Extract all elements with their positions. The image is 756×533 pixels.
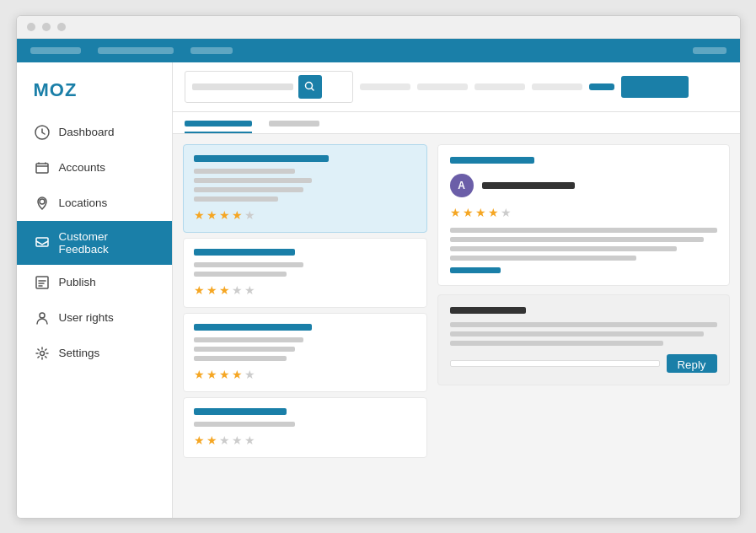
browser-dot-green [57, 23, 66, 31]
filter-pill-4[interactable] [532, 83, 582, 90]
logo-area: MOZ [17, 71, 172, 115]
search-bar [173, 62, 740, 112]
reviewer-row: A [450, 174, 717, 197]
review-stars-3: ★ ★ ★ ★ ★ [194, 368, 416, 381]
review-card-2[interactable]: ★ ★ ★ ★ ★ [183, 238, 427, 308]
reply-box: Reply [437, 294, 730, 385]
star-3-4: ★ [232, 368, 243, 381]
review-line-2-1 [194, 262, 303, 267]
review-stars-1: ★ ★ ★ ★ ★ [194, 208, 416, 222]
star-1-4: ★ [232, 208, 243, 222]
sidebar-item-dashboard[interactable]: Dashboard [17, 115, 172, 150]
settings-icon [34, 345, 51, 362]
top-nav-bar [17, 39, 740, 62]
nav-item-3[interactable] [190, 47, 233, 54]
review-title-3 [194, 324, 312, 331]
tab-2-label [269, 121, 319, 127]
filter-pill-active[interactable] [589, 83, 614, 90]
star-1-2: ★ [206, 208, 217, 222]
sidebar-item-customer-feedback[interactable]: CustomerFeedback [17, 221, 172, 265]
review-line-3-3 [194, 356, 287, 361]
action-button[interactable] [621, 76, 689, 98]
main-layout: MOZ Dashboard [17, 62, 740, 518]
browser-dot-red [27, 23, 35, 31]
reply-line-2 [450, 331, 704, 336]
review-line-1-4 [194, 197, 278, 202]
star-3-2: ★ [206, 368, 217, 381]
star-3-5: ★ [244, 368, 255, 381]
sidebar-label-customer-feedback: CustomerFeedback [59, 230, 109, 256]
nav-item-2[interactable] [98, 47, 174, 54]
detail-star-5: ★ [501, 206, 512, 219]
star-1-5: ★ [244, 208, 255, 222]
tab-1-label [185, 121, 252, 127]
detail-line-1 [450, 228, 717, 233]
nav-item-1[interactable] [30, 47, 81, 54]
review-stars-4: ★ ★ ★ ★ ★ [194, 433, 416, 447]
star-3-1: ★ [194, 368, 205, 381]
star-4-3: ★ [219, 433, 230, 447]
reviewer-name-bar [482, 182, 575, 189]
sidebar-item-settings[interactable]: Settings [17, 336, 172, 371]
filter-pill-2[interactable] [417, 83, 468, 90]
star-1-3: ★ [219, 208, 230, 222]
star-3-3: ★ [219, 368, 230, 381]
accounts-icon [34, 159, 51, 176]
browser-frame: MOZ Dashboard [16, 15, 741, 519]
review-card-1[interactable]: ★ ★ ★ ★ ★ [183, 144, 427, 233]
filter-pill-1[interactable] [360, 83, 410, 90]
nav-right-item[interactable] [693, 47, 727, 54]
sidebar-label-settings: Settings [59, 347, 100, 359]
star-4-2: ★ [206, 433, 217, 447]
reply-input-row: Reply [450, 354, 717, 373]
review-card-3[interactable]: ★ ★ ★ ★ ★ [183, 313, 427, 392]
filter-pill-3[interactable] [475, 83, 525, 90]
star-2-5: ★ [244, 283, 255, 297]
review-line-2-2 [194, 272, 287, 277]
sidebar-item-publish[interactable]: Publish [17, 265, 172, 300]
reply-submit-button[interactable]: Reply [667, 354, 717, 373]
search-button[interactable] [298, 75, 322, 99]
review-line-1-1 [194, 169, 295, 174]
svg-point-6 [40, 351, 44, 355]
detail-column: A ★ ★ ★ ★ ★ [437, 144, 730, 508]
locations-icon [34, 195, 51, 212]
sidebar-label-accounts: Accounts [59, 161, 106, 174]
review-detail-header: A ★ ★ ★ ★ ★ [437, 144, 730, 286]
star-1-1: ★ [194, 208, 205, 222]
reply-bottom: Reply [450, 354, 717, 373]
search-box[interactable] [185, 71, 353, 103]
tab-2[interactable] [269, 117, 319, 133]
detail-stars: ★ ★ ★ ★ ★ [450, 206, 717, 219]
reply-line-3 [450, 341, 664, 346]
browser-dot-yellow [42, 23, 51, 31]
review-title-2 [194, 249, 295, 256]
publish-icon [34, 274, 51, 291]
review-line-3-2 [194, 347, 295, 352]
sidebar-label-publish: Publish [59, 276, 96, 288]
review-line-1-3 [194, 187, 303, 192]
star-4-4: ★ [232, 433, 243, 447]
sidebar-item-user-rights[interactable]: User rights [17, 300, 172, 336]
review-title-4 [194, 408, 287, 415]
sidebar: MOZ Dashboard [17, 62, 173, 518]
star-2-3: ★ [219, 283, 230, 297]
reply-title-bar [450, 307, 526, 314]
tab-1[interactable] [185, 117, 252, 133]
star-2-4: ★ [232, 283, 243, 297]
sidebar-item-locations[interactable]: Locations [17, 186, 172, 221]
review-title-1 [194, 155, 329, 162]
reply-link[interactable] [450, 267, 501, 273]
sidebar-item-accounts[interactable]: Accounts [17, 150, 172, 186]
browser-chrome [17, 16, 740, 39]
sidebar-label-user-rights: User rights [59, 311, 114, 324]
reviews-list: ★ ★ ★ ★ ★ ★ ★ [183, 144, 427, 508]
reply-input-field[interactable] [450, 360, 660, 367]
star-4-5: ★ [244, 433, 255, 447]
review-card-4[interactable]: ★ ★ ★ ★ ★ [183, 397, 427, 458]
sidebar-label-locations: Locations [59, 197, 108, 209]
detail-line-3 [450, 246, 677, 251]
reply-line-1 [450, 322, 717, 327]
svg-point-2 [40, 199, 45, 204]
svg-rect-4 [36, 277, 48, 288]
